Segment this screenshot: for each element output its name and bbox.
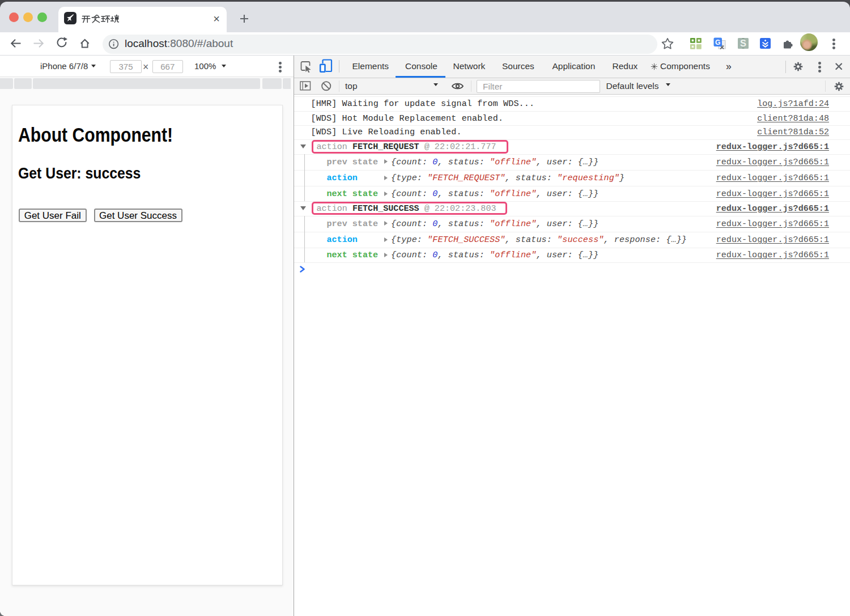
svg-text:S: S [740,38,746,48]
svg-text:G: G [715,39,720,46]
